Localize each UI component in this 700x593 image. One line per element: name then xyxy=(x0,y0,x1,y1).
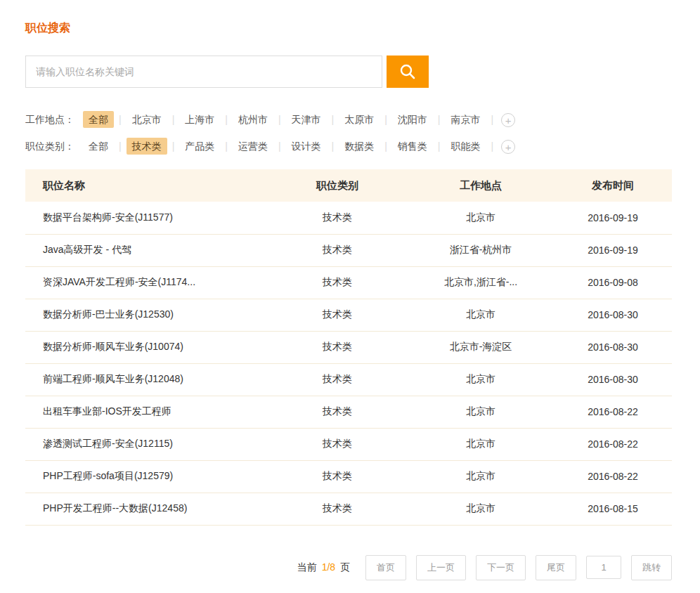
job-title-cell[interactable]: 资深JAVA开发工程师-安全(J1174... xyxy=(25,266,267,299)
jump-button[interactable]: 跳转 xyxy=(631,555,672,580)
job-title-cell[interactable]: 数据分析师-顺风车业务(J10074) xyxy=(25,331,267,363)
filter-separator: | xyxy=(278,114,281,125)
table-header-row: 职位名称 职位类别 工作地点 发布时间 xyxy=(25,169,672,202)
category-filter-option[interactable]: 设计类 xyxy=(286,138,327,155)
category-filter-option[interactable]: 销售类 xyxy=(392,138,433,155)
table-row[interactable]: 出租车事业部-IOS开发工程师技术类北京市2016-08-22 xyxy=(25,396,672,428)
filter-separator: | xyxy=(172,114,175,125)
job-title-cell[interactable]: 出租车事业部-IOS开发工程师 xyxy=(25,396,267,428)
table-row[interactable]: PHP工程师-sofa项目(J12579)技术类北京市2016-08-22 xyxy=(25,460,672,493)
table-row[interactable]: 数据平台架构师-安全(J11577)技术类北京市2016-09-19 xyxy=(25,202,672,234)
job-location-cell: 北京市 xyxy=(408,493,554,525)
job-title-cell[interactable]: PHP工程师-sofa项目(J12579) xyxy=(25,460,267,493)
filter-separator: | xyxy=(491,114,493,125)
category-filter-option[interactable]: 全部 xyxy=(83,138,114,155)
table-row[interactable]: 资深JAVA开发工程师-安全(J1174...技术类北京市,浙江省-...201… xyxy=(25,266,672,299)
filter-separator: | xyxy=(384,141,387,152)
location-filter-option[interactable]: 南京市 xyxy=(445,111,486,128)
job-title-cell[interactable]: PHP开发工程师--大数据(J12458) xyxy=(25,493,267,525)
category-filter-options: 全部|技术类|产品类|运营类|设计类|数据类|销售类|职能类| xyxy=(82,141,497,153)
filter-separator: | xyxy=(332,114,335,125)
job-category-cell: 技术类 xyxy=(267,202,408,234)
category-filter-label: 职位类别： xyxy=(25,141,74,153)
job-category-cell: 技术类 xyxy=(267,266,408,299)
header-job-location: 工作地点 xyxy=(408,169,554,202)
category-filter-row: 职位类别： 全部|技术类|产品类|运营类|设计类|数据类|销售类|职能类| + xyxy=(25,140,675,154)
header-posted-date: 发布时间 xyxy=(554,169,672,202)
page-info-prefix: 当前 xyxy=(297,561,317,573)
location-filter-label: 工作地点： xyxy=(25,114,74,126)
job-title-cell[interactable]: Java高级开发 - 代驾 xyxy=(25,234,267,266)
add-category-button[interactable]: + xyxy=(501,140,515,154)
filter-separator: | xyxy=(278,141,281,152)
job-title-cell[interactable]: 渗透测试工程师-安全(J12115) xyxy=(25,428,267,460)
job-table: 职位名称 职位类别 工作地点 发布时间 数据平台架构师-安全(J11577)技术… xyxy=(25,169,672,526)
location-filter-options: 全部|北京市|上海市|杭州市|天津市|太原市|沈阳市|南京市| xyxy=(82,114,497,126)
job-location-cell: 北京市 xyxy=(408,428,554,460)
job-posted-date-cell: 2016-08-22 xyxy=(554,428,672,460)
job-category-cell: 技术类 xyxy=(267,234,408,266)
job-location-cell: 北京市 xyxy=(408,202,554,234)
location-filter-option[interactable]: 太原市 xyxy=(339,111,380,128)
table-row[interactable]: 数据分析师-顺风车业务(J10074)技术类北京市-海淀区2016-08-30 xyxy=(25,331,672,363)
location-filter-option[interactable]: 天津市 xyxy=(286,111,327,128)
page-number-input[interactable] xyxy=(586,556,621,579)
filter-separator: | xyxy=(172,141,175,152)
category-filter-option[interactable]: 运营类 xyxy=(233,138,273,155)
filter-separator: | xyxy=(225,114,228,125)
page-info-suffix: 页 xyxy=(340,561,350,573)
category-filter-option[interactable]: 数据类 xyxy=(339,138,380,155)
job-posted-date-cell: 2016-08-30 xyxy=(554,331,672,363)
job-title-cell[interactable]: 前端工程师-顺风车业务(J12048) xyxy=(25,363,267,396)
job-category-cell: 技术类 xyxy=(267,428,408,460)
category-filter-option[interactable]: 技术类 xyxy=(127,138,167,155)
prev-page-button[interactable]: 上一页 xyxy=(416,555,466,580)
location-filter-option[interactable]: 沈阳市 xyxy=(392,111,433,128)
search-button[interactable] xyxy=(387,56,429,88)
filter-separator: | xyxy=(438,141,441,152)
job-title-cell[interactable]: 数据分析师-巴士业务(J12530) xyxy=(25,299,267,331)
job-category-cell: 技术类 xyxy=(267,363,408,396)
job-category-cell: 技术类 xyxy=(267,299,408,331)
page-title: 职位搜索 xyxy=(25,21,675,36)
header-job-category: 职位类别 xyxy=(267,169,408,202)
category-filter-option[interactable]: 产品类 xyxy=(179,138,220,155)
table-row[interactable]: PHP开发工程师--大数据(J12458)技术类北京市2016-08-15 xyxy=(25,493,672,525)
job-table-body: 数据平台架构师-安全(J11577)技术类北京市2016-09-19Java高级… xyxy=(25,202,672,525)
job-posted-date-cell: 2016-08-15 xyxy=(554,493,672,525)
job-location-cell: 北京市 xyxy=(408,299,554,331)
location-filter-row: 工作地点： 全部|北京市|上海市|杭州市|天津市|太原市|沈阳市|南京市| + xyxy=(25,113,675,127)
job-category-cell: 技术类 xyxy=(267,460,408,493)
filter-separator: | xyxy=(438,114,441,125)
job-location-cell: 北京市,浙江省-... xyxy=(408,266,554,299)
search-input[interactable] xyxy=(25,56,382,88)
current-page-indicator: 1/8 xyxy=(322,561,335,573)
table-row[interactable]: 前端工程师-顺风车业务(J12048)技术类北京市2016-08-30 xyxy=(25,363,672,396)
job-posted-date-cell: 2016-08-30 xyxy=(554,363,672,396)
add-location-button[interactable]: + xyxy=(501,113,515,127)
table-row[interactable]: 渗透测试工程师-安全(J12115)技术类北京市2016-08-22 xyxy=(25,428,672,460)
job-posted-date-cell: 2016-09-19 xyxy=(554,234,672,266)
job-location-cell: 北京市 xyxy=(408,396,554,428)
job-category-cell: 技术类 xyxy=(267,396,408,428)
job-location-cell: 浙江省-杭州市 xyxy=(408,234,554,266)
last-page-button[interactable]: 尾页 xyxy=(536,555,576,580)
header-job-title: 职位名称 xyxy=(25,169,267,202)
location-filter-option[interactable]: 全部 xyxy=(83,111,114,128)
location-filter-option[interactable]: 北京市 xyxy=(127,111,167,128)
category-filter-option[interactable]: 职能类 xyxy=(445,138,486,155)
plus-icon: + xyxy=(505,142,512,152)
job-posted-date-cell: 2016-08-30 xyxy=(554,299,672,331)
location-filter-option[interactable]: 上海市 xyxy=(179,111,220,128)
location-filter-option[interactable]: 杭州市 xyxy=(233,111,273,128)
first-page-button[interactable]: 首页 xyxy=(365,555,406,580)
plus-icon: + xyxy=(505,115,512,126)
job-title-cell[interactable]: 数据平台架构师-安全(J11577) xyxy=(25,202,267,234)
job-category-cell: 技术类 xyxy=(267,493,408,525)
table-row[interactable]: 数据分析师-巴士业务(J12530)技术类北京市2016-08-30 xyxy=(25,299,672,331)
next-page-button[interactable]: 下一页 xyxy=(476,555,526,580)
table-row[interactable]: Java高级开发 - 代驾技术类浙江省-杭州市2016-09-19 xyxy=(25,234,672,266)
job-location-cell: 北京市-海淀区 xyxy=(408,331,554,363)
filter-separator: | xyxy=(119,114,122,125)
job-category-cell: 技术类 xyxy=(267,331,408,363)
